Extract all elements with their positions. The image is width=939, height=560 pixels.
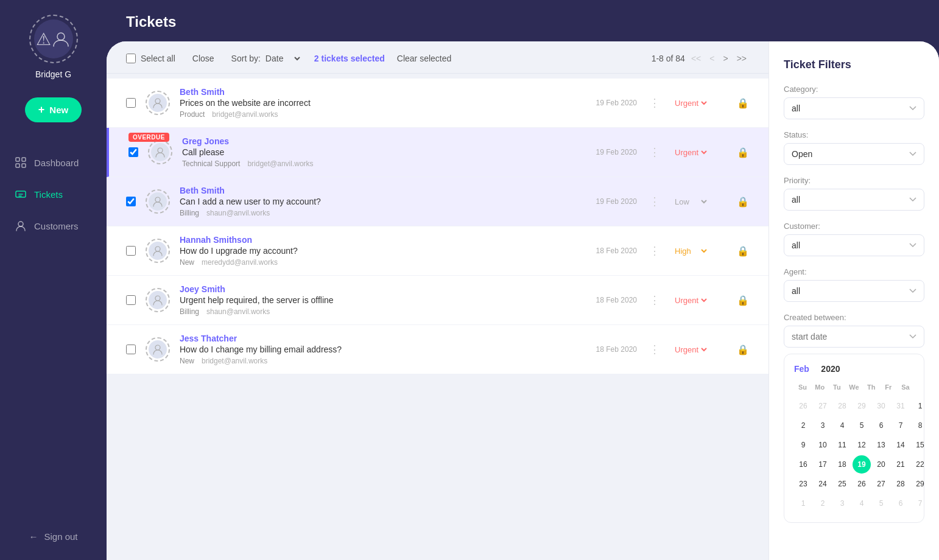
category-select[interactable]: all Product Billing Technical Support [784,97,924,119]
calendar-cell[interactable]: 13 [872,436,890,454]
calendar-cell[interactable]: 3 [833,494,851,513]
toolbar: Select all Close Sort by: Date Priority … [107,41,768,74]
ticket-avatar [146,91,170,115]
calendar-cell[interactable]: 20 [872,455,890,474]
calendar-cell[interactable]: 26 [794,397,812,415]
ticket-checkbox[interactable] [126,295,136,305]
ticket-avatar-inner [151,143,169,161]
calendar-cell[interactable]: 29 [911,475,929,493]
priority-select[interactable]: Urgent High Low [672,345,709,355]
calendar-cell[interactable]: 17 [814,455,832,474]
calendar-cell[interactable]: 11 [833,436,851,454]
ticket-subject: Call please [182,147,572,157]
ticket-checkbox[interactable] [126,246,136,256]
ticket-category: New [180,357,194,365]
svg-point-0 [57,33,65,40]
new-button[interactable]: + New [25,97,82,122]
ticket-info: Beth Smith Can I add a new user to my ac… [180,186,572,217]
sign-out-button[interactable]: ← Sign out [14,531,92,542]
sidebar-item-customers[interactable]: Customers [0,210,107,242]
priority-select[interactable]: Urgent High Low [672,197,709,207]
calendar-cell[interactable]: 29 [853,397,871,415]
calendar-cell[interactable]: 16 [794,455,812,474]
calendar-cell[interactable]: 8 [911,416,929,435]
calendar-cell[interactable]: 28 [892,475,910,493]
ticket-more-button[interactable]: ⋮ [647,145,663,159]
priority-select[interactable]: Urgent High Low [672,147,709,158]
calendar-cell[interactable]: 18 [833,455,851,474]
calendar-cell[interactable]: 4 [833,416,851,435]
calendar-cell[interactable]: 3 [814,416,832,435]
close-button[interactable]: Close [188,51,219,66]
ticket-checkbox[interactable] [126,98,136,108]
priority-select[interactable]: Urgent High Low [672,246,709,256]
calendar-cell[interactable]: 6 [892,494,910,513]
calendar-cell[interactable]: 5 [853,416,871,435]
calendar-cell[interactable]: 28 [833,397,851,415]
next-page-button[interactable]: > [720,52,730,65]
priority-select[interactable]: Urgent High Low [672,98,709,108]
calendar-cell[interactable]: 30 [872,397,890,415]
calendar-cell[interactable]: 4 [853,494,871,513]
ticket-row: Beth Smith Can I add a new user to my ac… [107,177,768,226]
first-page-button[interactable]: << [689,52,703,65]
calendar-cell[interactable]: 2 [794,416,812,435]
calendar-cell[interactable]: 21 [892,455,910,474]
start-date-input[interactable] [784,326,924,348]
calendar-cell[interactable]: 22 [911,455,929,474]
clear-selected-button[interactable]: Clear selected [397,54,452,63]
customer-select[interactable]: all [784,234,924,256]
calendar-cell[interactable]: 5 [872,494,890,513]
calendar-cell[interactable]: 12 [853,436,871,454]
calendar-cell[interactable]: 10 [814,436,832,454]
calendar-cell[interactable]: 19 [853,455,871,474]
ticket-checkbox[interactable] [126,197,136,206]
calendar-cell[interactable]: 7 [911,494,929,513]
ticket-checkbox[interactable] [126,345,136,354]
ticket-row: OVERDUE Greg Jones Call please Technical… [107,128,768,177]
agent-label: Agent: [784,267,924,276]
sort-by: Sort by: Date Priority Name [231,53,302,64]
ticket-meta: Billing shaun@anvil.works [180,307,572,316]
ticket-more-button[interactable]: ⋮ [647,195,663,208]
calendar-cell[interactable]: 6 [872,416,890,435]
select-all-checkbox[interactable] [126,54,136,63]
calendar-cell[interactable]: 27 [872,475,890,493]
priority-select[interactable]: all Urgent High Low [784,189,924,211]
ticket-more-button[interactable]: ⋮ [647,96,663,110]
ticket-avatar-inner [149,242,167,260]
calendar-cell[interactable]: 7 [892,416,910,435]
sidebar-item-tickets[interactable]: Tickets [0,178,107,210]
agent-select[interactable]: all [784,280,924,302]
avatar-inner: ⚠ [34,19,73,58]
calendar-cell[interactable]: 15 [911,436,929,454]
calendar-cell[interactable]: 1 [794,494,812,513]
ticket-checkbox[interactable] [128,147,138,157]
prev-page-button[interactable]: < [707,52,717,65]
ticket-name: Jess Thatcher [180,334,572,343]
calendar-cell[interactable]: 27 [814,397,832,415]
calendar-cell[interactable]: 31 [892,397,910,415]
category-filter-group: Category: all Product Billing Technical … [784,85,924,119]
priority-select[interactable]: Urgent High Low [672,295,709,306]
calendar-cell[interactable]: 1 [911,397,929,415]
filters-panel: Ticket Filters Category: all Product Bil… [768,41,939,560]
sidebar-item-dashboard[interactable]: Dashboard [0,147,107,178]
ticket-more-button[interactable]: ⋮ [647,293,663,307]
calendar-cell[interactable]: 23 [794,475,812,493]
calendar-cell[interactable]: 2 [814,494,832,513]
calendar-cell[interactable]: 26 [853,475,871,493]
ticket-avatar [148,140,172,164]
nav: Dashboard Tickets Customers [0,147,107,242]
calendar-cell[interactable]: 14 [892,436,910,454]
calendar-cell[interactable]: 9 [794,436,812,454]
sort-select[interactable]: Date Priority Name [263,53,302,64]
customers-label: Customers [34,221,79,231]
calendar-cell[interactable]: 24 [814,475,832,493]
calendar-cell[interactable]: 25 [833,475,851,493]
status-select[interactable]: Open Closed Pending [784,143,924,165]
ticket-more-button[interactable]: ⋮ [647,244,663,257]
sign-out-arrow-icon: ← [29,531,38,542]
ticket-more-button[interactable]: ⋮ [647,343,663,356]
last-page-button[interactable]: >> [734,52,749,65]
